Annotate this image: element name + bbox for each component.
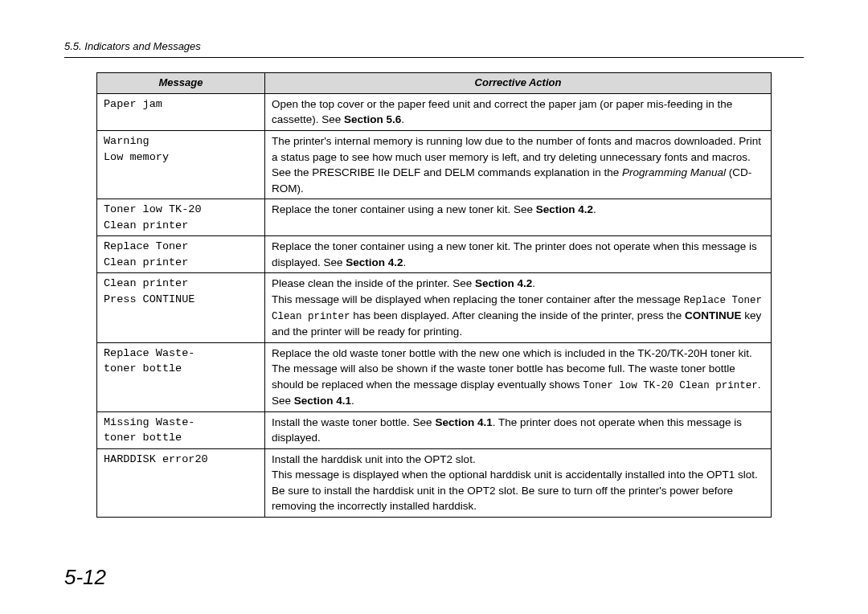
table-row: Missing Waste- toner bottle Install the … xyxy=(97,411,772,448)
message-cell: HARDDISK error20 xyxy=(97,448,265,517)
messages-table: Message Corrective Action Paper jam Open… xyxy=(96,72,772,518)
message-cell: Toner low TK-20 Clean printer xyxy=(97,199,265,236)
action-cell: Replace the old waste toner bottle with … xyxy=(265,342,772,411)
table-row: HARDDISK error20 Install the harddisk un… xyxy=(97,448,772,517)
table-row: Replace Toner Clean printer Replace the … xyxy=(97,236,772,273)
col-header-message: Message xyxy=(97,73,265,94)
action-cell: Replace the toner container using a new … xyxy=(265,236,772,273)
message-cell: Replace Waste- toner bottle xyxy=(97,342,265,411)
action-cell: Replace the toner container using a new … xyxy=(265,199,772,236)
running-head: 5.5. Indicators and Messages xyxy=(64,40,804,58)
table-row: Clean printer Press CONTINUE Please clea… xyxy=(97,273,772,342)
table-row: Toner low TK-20 Clean printer Replace th… xyxy=(97,199,772,236)
message-cell: Replace Toner Clean printer xyxy=(97,236,265,273)
table-row: Paper jam Open the top cover or the pape… xyxy=(97,93,772,130)
message-cell: Missing Waste- toner bottle xyxy=(97,411,265,448)
table-row: Replace Waste- toner bottle Replace the … xyxy=(97,342,772,411)
action-cell: The printer's internal memory is running… xyxy=(265,130,772,199)
message-cell: Paper jam xyxy=(97,93,265,130)
action-cell: Install the harddisk unit into the OPT2 … xyxy=(265,448,772,517)
table-header-row: Message Corrective Action xyxy=(97,73,772,94)
page-number: 5-12 xyxy=(64,565,106,590)
table-row: Warning Low memory The printer's interna… xyxy=(97,130,772,199)
action-cell: Install the waste toner bottle. See Sect… xyxy=(265,411,772,448)
action-cell: Please clean the inside of the printer. … xyxy=(265,273,772,342)
action-cell: Open the top cover or the paper feed uni… xyxy=(265,93,772,130)
message-cell: Clean printer Press CONTINUE xyxy=(97,273,265,342)
message-cell: Warning Low memory xyxy=(97,130,265,199)
col-header-action: Corrective Action xyxy=(265,73,772,94)
